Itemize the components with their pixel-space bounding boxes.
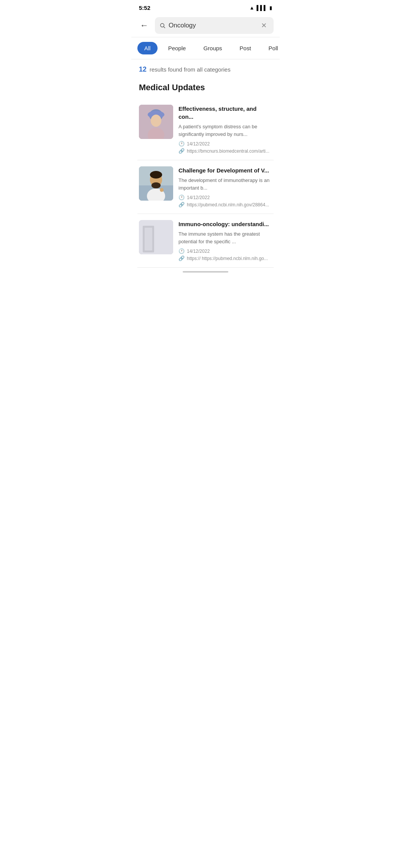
item-description-2: The development of immunotherapy is an i… — [178, 177, 272, 191]
item-title-1: Effectiveness, structure, and con... — [178, 105, 272, 121]
tab-people[interactable]: People — [161, 42, 193, 54]
item-description-3: The immune system has the greatest poten… — [178, 230, 272, 245]
svg-point-13 — [160, 188, 164, 192]
tab-poll[interactable]: Poll — [262, 42, 280, 54]
tab-groups[interactable]: Groups — [196, 42, 229, 54]
link-icon-3: 🔗 — [178, 255, 185, 261]
link-icon-1: 🔗 — [178, 148, 185, 154]
status-bar: 5:52 ▲ ▌▌▌ ▮ — [131, 0, 280, 14]
results-count: 12 — [139, 65, 147, 73]
results-text: results found from all categories — [150, 66, 231, 73]
wifi-icon: ▲ — [249, 5, 254, 11]
home-indicator — [183, 271, 228, 273]
meta-url-row-3: 🔗 https:// https://pubmed.ncbi.nlm.nih.g… — [178, 255, 272, 261]
status-time: 5:52 — [139, 5, 150, 11]
link-icon-2: 🔗 — [178, 202, 185, 207]
item-thumbnail-3 — [139, 220, 173, 254]
search-input[interactable] — [169, 22, 255, 29]
list-item[interactable]: Effectiveness, structure, and con... A p… — [137, 99, 274, 160]
meta-date-1: 14/12/2022 — [187, 141, 210, 147]
back-arrow-icon: ← — [140, 21, 148, 30]
meta-date-3: 14/12/2022 — [187, 249, 210, 254]
meta-date-row-2: 🕐 14/12/2022 — [178, 195, 272, 200]
list-item[interactable]: Immuno-oncology: understandi... The immu… — [137, 214, 274, 268]
signal-icon: ▌▌▌ — [256, 5, 267, 11]
item-content-1: Effectiveness, structure, and con... A p… — [178, 105, 272, 154]
battery-icon: ▮ — [269, 5, 272, 11]
thumbnail-image-3 — [139, 220, 173, 254]
clock-icon-1: 🕐 — [178, 141, 185, 147]
item-content-3: Immuno-oncology: understandi... The immu… — [178, 220, 272, 261]
meta-url-row-1: 🔗 https://bmcnurs.biomedcentral.com/arti… — [178, 148, 272, 154]
svg-rect-16 — [145, 228, 152, 251]
item-title-2: Challenge for Development of V... — [178, 166, 272, 174]
search-icon — [159, 22, 166, 29]
svg-point-10 — [150, 171, 162, 179]
clear-icon: ✕ — [261, 21, 267, 30]
item-thumbnail-1 — [139, 105, 173, 139]
svg-line-1 — [164, 27, 165, 28]
svg-point-0 — [161, 24, 164, 27]
svg-point-11 — [151, 182, 161, 188]
meta-date-2: 14/12/2022 — [187, 195, 210, 200]
list-item[interactable]: Challenge for Development of V... The de… — [137, 160, 274, 214]
tab-all[interactable]: All — [137, 42, 158, 54]
search-bar: ← ✕ — [131, 14, 280, 37]
meta-date-row-3: 🕐 14/12/2022 — [178, 248, 272, 254]
filter-tabs: All People Groups Post Poll Media — [131, 37, 280, 59]
item-meta-2: 🕐 14/12/2022 🔗 https://pubmed.ncbi.nlm.n… — [178, 195, 272, 207]
item-thumbnail-2 — [139, 166, 173, 201]
section-title: Medical Updates — [131, 80, 280, 99]
svg-point-5 — [151, 115, 161, 127]
results-info: 12 results found from all categories — [131, 59, 280, 80]
clock-icon-3: 🕐 — [178, 248, 185, 254]
content-list: Effectiveness, structure, and con... A p… — [131, 99, 280, 268]
item-title-3: Immuno-oncology: understandi... — [178, 220, 272, 228]
back-button[interactable]: ← — [137, 19, 151, 32]
thumbnail-image-1 — [139, 105, 173, 139]
meta-url-row-2: 🔗 https://pubmed.ncbi.nlm.nih.gov/28864.… — [178, 202, 272, 207]
item-meta-1: 🕐 14/12/2022 🔗 https://bmcnurs.biomedcen… — [178, 141, 272, 154]
tab-post[interactable]: Post — [233, 42, 258, 54]
meta-url-3: https:// https://pubmed.ncbi.nlm.nih.go.… — [187, 256, 268, 261]
clock-icon-2: 🕐 — [178, 195, 185, 200]
search-input-wrapper: ✕ — [155, 17, 274, 34]
status-icons: ▲ ▌▌▌ ▮ — [249, 5, 272, 11]
item-meta-3: 🕐 14/12/2022 🔗 https:// https://pubmed.n… — [178, 248, 272, 261]
item-content-2: Challenge for Development of V... The de… — [178, 166, 272, 207]
bottom-bar — [131, 268, 280, 279]
thumbnail-image-2 — [139, 166, 173, 201]
meta-date-row-1: 🕐 14/12/2022 — [178, 141, 272, 147]
meta-url-2: https://pubmed.ncbi.nlm.nih.gov/28864... — [187, 202, 269, 207]
item-description-1: A patient's symptom distress can be sign… — [178, 123, 272, 138]
clear-button[interactable]: ✕ — [258, 20, 269, 31]
meta-url-1: https://bmcnurs.biomedcentral.com/arti..… — [187, 148, 269, 154]
